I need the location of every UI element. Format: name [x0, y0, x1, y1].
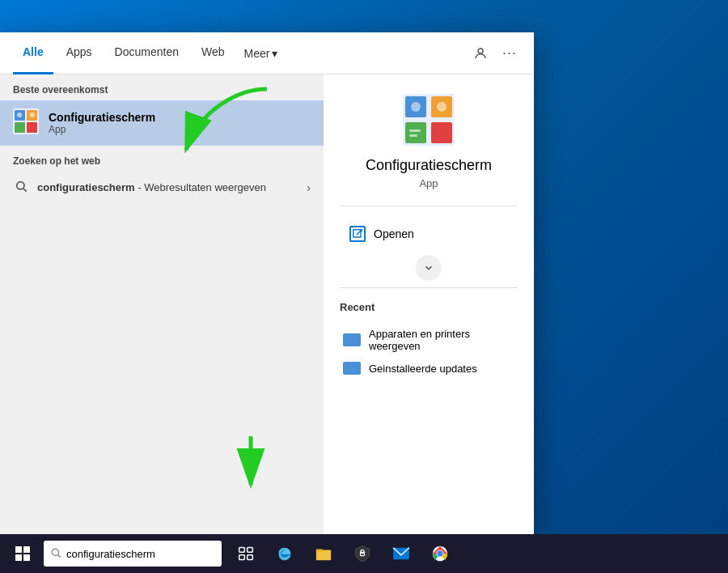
chrome-button[interactable]	[422, 536, 458, 571]
recent-item-0[interactable]: Apparaten en printers weergeven	[340, 323, 518, 357]
arrow-right-icon: ›	[307, 181, 311, 194]
svg-point-7	[30, 112, 35, 117]
expand-button[interactable]	[416, 255, 442, 281]
open-button[interactable]: Openen	[340, 219, 518, 248]
recent-divider	[340, 287, 518, 288]
recent-item-icon-0	[343, 333, 361, 346]
web-query-suffix: - Webresultaten weergeven	[135, 181, 266, 193]
svg-rect-25	[15, 554, 22, 561]
open-icon	[349, 226, 366, 242]
svg-point-8	[17, 182, 24, 189]
app-detail-type: App	[340, 177, 518, 189]
tab-apps[interactable]: Apps	[57, 32, 102, 74]
app-detail-icon	[340, 94, 518, 149]
tab-alle[interactable]: Alle	[13, 32, 53, 74]
search-results-left: Beste overeenkomst	[0, 74, 324, 534]
svg-rect-13	[405, 122, 426, 143]
security-button[interactable]	[345, 536, 380, 571]
svg-rect-18	[409, 134, 417, 137]
web-query-bold: configuratiescherm	[37, 181, 135, 193]
svg-rect-34	[316, 550, 331, 560]
svg-rect-4	[15, 122, 25, 133]
tabs-right-actions: ···	[469, 42, 521, 65]
file-explorer-button[interactable]	[306, 536, 341, 571]
svg-rect-19	[353, 230, 361, 237]
web-search-text: configuratiescherm - Webresultaten weerg…	[37, 181, 266, 193]
recent-item-icon-1	[343, 362, 361, 375]
taskbar-search-bar[interactable]	[44, 541, 222, 567]
svg-rect-29	[239, 548, 245, 553]
search-tabs: Alle Apps Documenten Web Meer ▾ ···	[0, 32, 534, 74]
recent-item-label-0: Apparaten en printers weergeven	[369, 328, 514, 352]
svg-rect-23	[15, 546, 22, 553]
taskbar	[0, 534, 728, 573]
recent-label: Recent	[340, 301, 518, 313]
svg-rect-24	[23, 546, 30, 553]
svg-rect-5	[27, 122, 37, 133]
edge-browser-button[interactable]	[267, 536, 303, 571]
svg-point-40	[437, 550, 442, 556]
taskbar-search-icon	[50, 547, 61, 561]
web-search-item[interactable]: configuratiescherm - Webresultaten weerg…	[0, 172, 324, 203]
taskbar-icons	[228, 536, 458, 571]
web-section-label: Zoeken op het web	[0, 146, 324, 172]
open-label: Openen	[374, 227, 414, 240]
taskview-button[interactable]	[228, 536, 264, 571]
svg-line-28	[58, 554, 61, 557]
svg-rect-26	[23, 554, 30, 561]
best-match-label: Beste overeenkomst	[0, 74, 324, 100]
svg-rect-35	[316, 550, 323, 552]
person-icon-button[interactable]	[469, 42, 492, 65]
taskbar-search-input[interactable]	[66, 548, 196, 560]
svg-rect-14	[431, 122, 452, 143]
svg-point-15	[411, 102, 421, 112]
search-detail-panel: Configuratiescherm App Openen	[324, 74, 534, 534]
tab-documenten[interactable]: Documenten	[105, 32, 188, 74]
svg-line-9	[23, 189, 27, 192]
svg-point-27	[52, 549, 58, 555]
svg-rect-30	[248, 548, 253, 553]
svg-rect-31	[239, 555, 245, 560]
svg-rect-32	[248, 555, 253, 560]
search-icon	[13, 180, 29, 195]
best-match-type: App	[49, 124, 155, 135]
svg-point-16	[437, 102, 447, 112]
app-detail-name: Configuratiescherm	[340, 157, 518, 174]
start-button[interactable]	[3, 534, 42, 573]
recent-item-label-1: Geinstalleerde updates	[369, 363, 477, 375]
svg-rect-17	[409, 129, 421, 132]
best-match-item[interactable]: Configuratiescherm App	[0, 100, 324, 146]
search-popup: Alle Apps Documenten Web Meer ▾ ···	[0, 32, 534, 534]
tab-meer[interactable]: Meer ▾	[238, 44, 285, 63]
more-options-button[interactable]: ···	[498, 42, 521, 65]
detail-divider	[340, 206, 518, 206]
tab-web[interactable]: Web	[192, 32, 235, 74]
search-body: Beste overeenkomst	[0, 74, 534, 534]
best-match-name: Configuratiescherm	[49, 111, 155, 124]
chevron-down-icon: ▾	[272, 47, 277, 60]
best-match-text: Configuratiescherm App	[49, 111, 155, 135]
desktop: Alle Apps Documenten Web Meer ▾ ···	[0, 0, 728, 573]
svg-point-6	[17, 112, 22, 117]
best-match-icon	[13, 108, 39, 138]
mail-button[interactable]	[383, 536, 419, 571]
recent-item-1[interactable]: Geinstalleerde updates	[340, 357, 518, 380]
svg-point-0	[478, 49, 483, 53]
